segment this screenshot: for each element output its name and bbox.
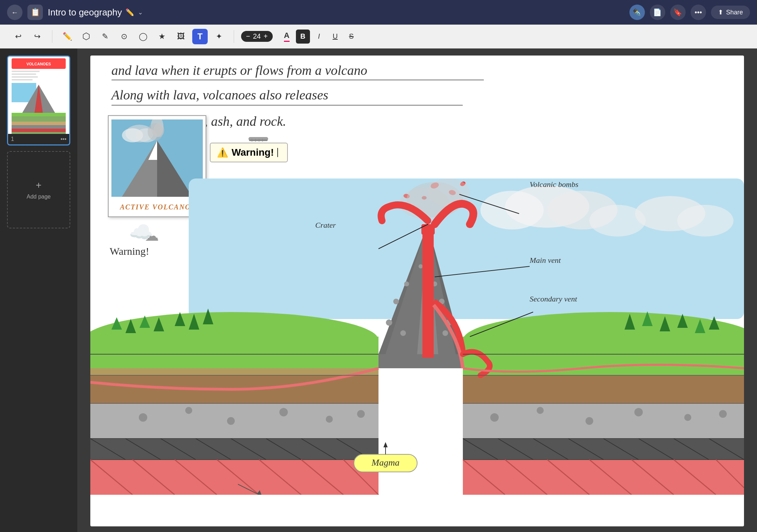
svg-point-131 [279, 408, 288, 416]
underline-button[interactable]: U [328, 30, 342, 44]
font-size-minus-button[interactable]: − [246, 32, 250, 40]
undo-icon: ↩ [15, 32, 21, 41]
drawing-canvas[interactable]: and lava when it erupts or flows from a … [90, 56, 744, 526]
redo-button[interactable]: ↪ [30, 29, 45, 44]
svg-rect-66 [90, 460, 378, 495]
svg-point-78 [419, 264, 423, 268]
svg-point-130 [227, 417, 235, 425]
svg-point-133 [357, 410, 365, 418]
add-page-button[interactable]: + Add page [7, 151, 70, 228]
star-tool-icon: ★ [158, 32, 166, 41]
warning-text-box[interactable]: ⚠️ Warning! [210, 143, 288, 162]
notebook-icon-btn[interactable]: 📋 [27, 5, 43, 20]
svg-point-138 [684, 414, 691, 421]
share-button[interactable]: ⬆ Share [711, 6, 750, 19]
crater-label: Crater [315, 221, 336, 230]
svg-rect-65 [90, 439, 378, 460]
circle-tool-button[interactable]: ◯ [135, 29, 151, 44]
back-button[interactable]: ← [7, 5, 22, 20]
svg-point-76 [393, 299, 399, 304]
svg-rect-6 [12, 79, 33, 80]
image-tool-icon: 🖼 [177, 32, 185, 41]
pencil-tool-icon: ✎ [102, 32, 108, 41]
thumbnail-svg: VOLCANOES [8, 57, 69, 134]
main-content: VOLCANOES [0, 48, 757, 532]
font-size-control: − 24 + [241, 31, 273, 42]
svg-point-36 [677, 205, 733, 236]
back-icon: ← [11, 8, 18, 17]
svg-point-77 [404, 281, 409, 286]
marker-tool-icon: ✦ [216, 32, 222, 41]
page-number: 1 [11, 136, 14, 142]
strikethrough-button[interactable]: S [344, 30, 358, 44]
svg-point-134 [490, 413, 499, 422]
marker-tool-button[interactable]: ✦ [211, 29, 227, 44]
svg-point-136 [585, 417, 593, 425]
title-chevron-icon[interactable]: ⌄ [138, 8, 143, 16]
svg-marker-147 [383, 442, 388, 447]
pen-tool-button[interactable]: ✏️ [59, 29, 75, 44]
svg-rect-13 [12, 125, 66, 129]
more-options-button[interactable]: ••• [691, 5, 706, 20]
thumbnail-label: 1 ••• [8, 134, 69, 144]
font-color-icon: A [284, 31, 290, 42]
canvas-area[interactable]: and lava when it erupts or flows from a … [77, 48, 757, 532]
svg-point-79 [386, 319, 392, 326]
add-page-icon: 📄 [653, 8, 662, 17]
warning-box-text: Warning! [232, 147, 274, 158]
svg-point-137 [634, 408, 643, 416]
canvas-text-line2: Along with lava, volcanoes also releases [111, 87, 328, 103]
drawing-toolbar: ↩ ↪ ✏️ ⬡ ✎ ⊙ ◯ ★ 🖼 T ✦ − 24 + A B [0, 25, 757, 48]
title-text: Intro to geography [48, 7, 122, 18]
pen-icon: ✒️ [633, 8, 641, 17]
font-size-value: 24 [253, 32, 261, 40]
svg-rect-12 [12, 122, 66, 125]
star-tool-button[interactable]: ★ [154, 29, 170, 44]
pencil-tool-button[interactable]: ✎ [97, 29, 113, 44]
page-thumbnail-1[interactable]: VOLCANOES [7, 56, 70, 145]
document-title: Intro to geography ✏️ ⌄ [48, 7, 143, 18]
eraser-tool-button[interactable]: ⬡ [78, 29, 94, 44]
bookmark-button[interactable]: 🔖 [670, 5, 686, 20]
add-page-button[interactable]: 📄 [650, 5, 665, 20]
share-label: Share [726, 9, 743, 16]
text-underline-1 [111, 79, 484, 80]
bold-button[interactable]: B [296, 30, 310, 44]
canvas-text-line1: and lava when it erupts or flows from a … [111, 63, 367, 78]
page-options-icon[interactable]: ••• [60, 136, 66, 142]
font-size-plus-button[interactable]: + [264, 32, 268, 40]
svg-rect-4 [12, 73, 36, 75]
svg-point-26 [154, 123, 164, 137]
toolbar-divider-1 [52, 30, 52, 43]
svg-rect-69 [463, 403, 744, 439]
svg-rect-14 [12, 129, 66, 132]
toolbar-divider-2 [234, 30, 234, 43]
text-format-buttons: A B I U S [280, 30, 358, 44]
share-icon: ⬆ [718, 8, 723, 16]
add-page-label: Add page [27, 194, 51, 200]
svg-point-139 [719, 410, 727, 418]
font-color-button[interactable]: A [280, 30, 294, 44]
pen-mode-button[interactable]: ✒️ [629, 5, 645, 20]
svg-rect-87 [90, 368, 378, 375]
circle-tool-icon: ◯ [139, 32, 148, 41]
app-header: ← 📋 Intro to geography ✏️ ⌄ ✒️ 📄 🔖 ••• ⬆… [0, 0, 757, 25]
svg-point-128 [139, 413, 147, 422]
notebook-icon: 📋 [31, 8, 40, 17]
more-icon: ••• [694, 8, 702, 17]
underline-icon: U [332, 32, 337, 40]
image-tool-button[interactable]: 🖼 [173, 29, 189, 44]
redo-icon: ↪ [34, 32, 40, 41]
lasso-tool-button[interactable]: ⊙ [116, 29, 132, 44]
undo-button[interactable]: ↩ [11, 29, 26, 44]
main-vent-label: Main vent [530, 256, 561, 265]
italic-button[interactable]: I [312, 30, 326, 44]
page-sidebar: VOLCANOES [0, 48, 77, 532]
svg-point-135 [537, 407, 544, 414]
svg-point-32 [480, 191, 544, 229]
eraser-tool-icon: ⬡ [82, 31, 90, 42]
text-tool-button[interactable]: T [192, 29, 208, 44]
text-underline-2 [111, 105, 463, 106]
title-pencil-icon: ✏️ [125, 8, 134, 17]
pen-tool-icon: ✏️ [63, 32, 72, 41]
